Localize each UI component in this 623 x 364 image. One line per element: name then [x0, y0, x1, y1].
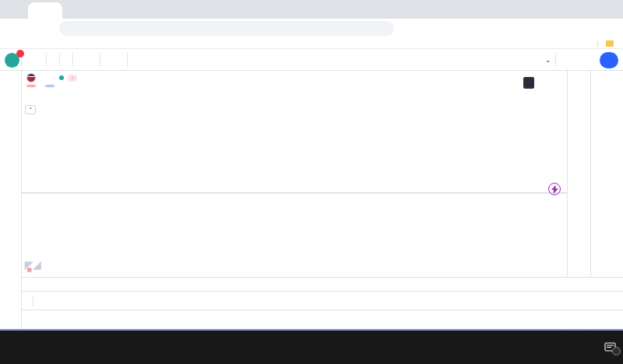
alert-button[interactable] — [102, 51, 114, 68]
system-tray — [549, 331, 623, 364]
chevron-down-icon: ⌄ — [545, 57, 551, 64]
boost-icon[interactable] — [548, 183, 561, 195]
replay-button[interactable] — [114, 51, 125, 68]
timeframe-bar — [22, 291, 623, 310]
active-tab[interactable] — [28, 2, 62, 19]
notification-count-badge — [612, 347, 621, 355]
folder-icon — [606, 40, 614, 47]
notification-center-icon[interactable] — [604, 342, 617, 353]
back-icon[interactable] — [5, 21, 22, 37]
ask-value — [45, 85, 55, 87]
layout-name-button[interactable]: ⌄ — [542, 55, 554, 65]
tooltip — [523, 77, 534, 89]
delayed-data-icon: ≡ — [68, 75, 77, 82]
url-input[interactable] — [59, 21, 394, 36]
us-flag-icon — [26, 73, 36, 82]
snapshot-button[interactable] — [586, 51, 595, 68]
all-bookmarks-button[interactable] — [597, 40, 617, 47]
bookmarks-bar — [0, 38, 623, 49]
settings-button[interactable] — [567, 51, 576, 68]
quote-row — [26, 85, 86, 87]
undo-button[interactable] — [129, 51, 139, 68]
macd-indicator-label[interactable]: ⊛ — [26, 266, 32, 274]
templates-button[interactable] — [89, 51, 98, 68]
quick-search-button[interactable] — [558, 51, 567, 68]
layout-select-button[interactable] — [533, 51, 542, 68]
pane-collapse-button[interactable]: ⌃ — [25, 105, 36, 114]
publish-button[interactable] — [600, 52, 618, 68]
market-status-icon — [59, 75, 64, 80]
screen: ⌄ ≡ — [0, 0, 623, 364]
pane-divider[interactable] — [22, 192, 567, 194]
indicators-button[interactable] — [75, 51, 89, 68]
address-bar — [0, 19, 623, 38]
tv-toolbar-right: ⌄ — [533, 51, 618, 68]
drawing-toolbar — [0, 71, 22, 331]
notification-badge — [16, 50, 24, 58]
chart-legend: ≡ — [26, 73, 86, 89]
taskbar — [0, 331, 623, 364]
axis-corner — [567, 277, 623, 291]
tv-toolbar: ⌄ — [0, 50, 623, 71]
forward-icon[interactable] — [22, 21, 39, 37]
fullscreen-button[interactable] — [576, 51, 586, 68]
bookmarks-right — [590, 40, 617, 47]
symbol-row[interactable]: ≡ — [26, 73, 86, 82]
chart-type-button[interactable] — [62, 51, 71, 68]
time-axis[interactable] — [22, 277, 567, 291]
reload-icon[interactable] — [39, 21, 56, 37]
browser-tab-strip — [0, 0, 623, 19]
symbol-search-button[interactable] — [23, 51, 35, 68]
new-tab-button[interactable] — [62, 2, 81, 19]
bid-value — [26, 85, 36, 87]
compare-button[interactable] — [35, 51, 44, 68]
interval-button[interactable] — [48, 51, 58, 68]
bottom-panel-bar — [22, 310, 623, 329]
user-avatar[interactable] — [5, 53, 19, 68]
lock-icon — [67, 21, 78, 37]
